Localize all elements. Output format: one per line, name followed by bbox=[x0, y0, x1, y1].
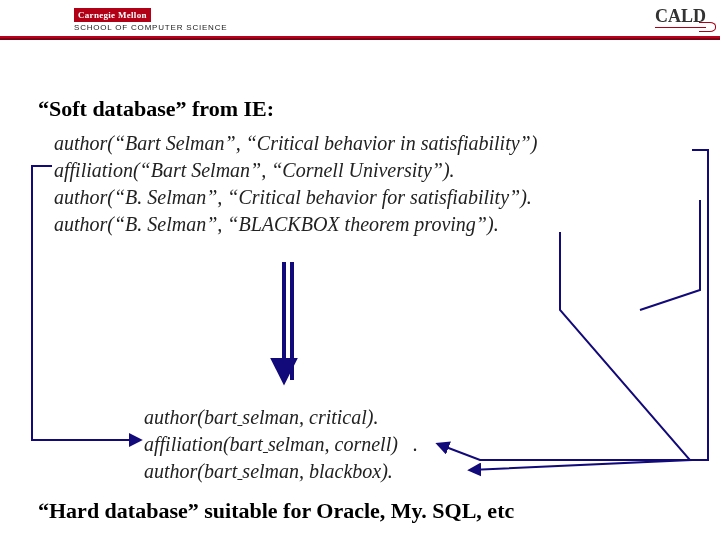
hard-row-0: author(bart selman, critical). bbox=[144, 404, 418, 431]
soft-row-0: author(“Bart Selman”, “Critical behavior… bbox=[54, 130, 537, 157]
cald-logo: CALD bbox=[655, 6, 706, 28]
scs-label: SCHOOL OF COMPUTER SCIENCE bbox=[74, 23, 227, 32]
hard-row-1a: affiliation(bart bbox=[144, 433, 263, 455]
hard-row-1c: . bbox=[413, 433, 418, 455]
arrow-right-spur-icon bbox=[640, 200, 700, 310]
hard-row-2a: author(bart bbox=[144, 460, 237, 482]
arrow-right-2-icon bbox=[470, 232, 690, 470]
hard-db-tuples: author(bart selman, critical). affiliati… bbox=[144, 404, 418, 485]
hard-row-0b: selman, critical). bbox=[242, 406, 378, 428]
cmu-branding: Carnegie Mellon SCHOOL OF COMPUTER SCIEN… bbox=[74, 4, 227, 32]
slide-header: Carnegie Mellon SCHOOL OF COMPUTER SCIEN… bbox=[0, 0, 720, 38]
hard-row-0a: author(bart bbox=[144, 406, 237, 428]
hard-row-2: author(bart selman, blackbox). bbox=[144, 458, 418, 485]
arrow-center-icon bbox=[284, 262, 292, 380]
hard-row-1b: selman, cornell) bbox=[268, 433, 398, 455]
hard-row-1: affiliation(bart selman, cornell) . bbox=[144, 431, 418, 458]
hard-db-heading: “Hard database” suitable for Oracle, My.… bbox=[38, 498, 514, 524]
soft-row-1: affiliation(“Bart Selman”, “Cornell Univ… bbox=[54, 157, 537, 184]
soft-db-heading: “Soft database” from IE: bbox=[38, 96, 274, 122]
soft-db-tuples: author(“Bart Selman”, “Critical behavior… bbox=[54, 130, 537, 238]
hard-row-2b: selman, blackbox). bbox=[242, 460, 393, 482]
soft-row-2: author(“B. Selman”, “Critical behavior f… bbox=[54, 184, 537, 211]
cmu-logo: Carnegie Mellon bbox=[74, 8, 151, 22]
soft-row-3: author(“B. Selman”, “BLACKBOX theorem pr… bbox=[54, 211, 537, 238]
